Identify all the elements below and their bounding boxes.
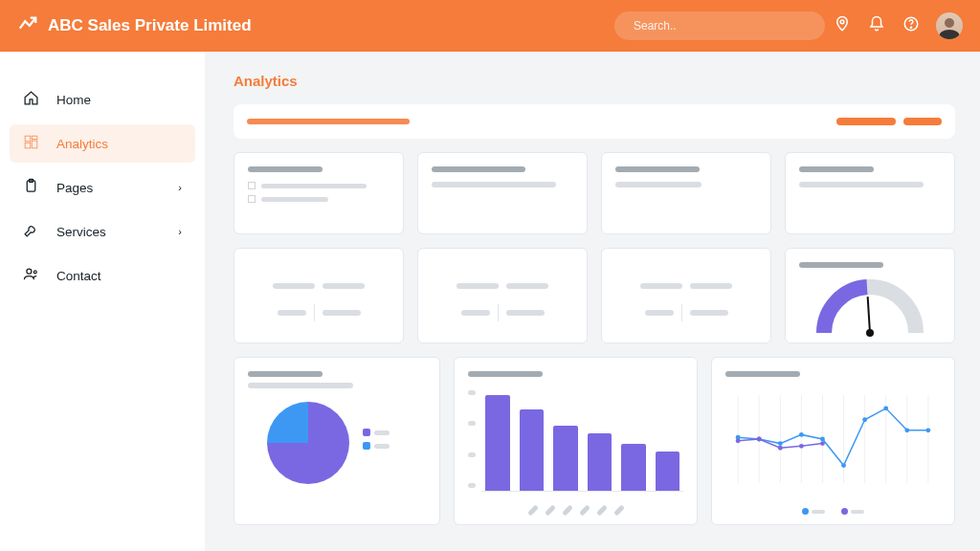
sidebar-item-label: Services xyxy=(56,225,106,239)
card-title-placeholder xyxy=(468,371,543,377)
bar-x-axis xyxy=(468,499,683,517)
page-title: Analytics xyxy=(234,73,955,89)
svg-point-30 xyxy=(883,406,888,410)
card-title-placeholder xyxy=(799,166,874,172)
svg-point-1 xyxy=(840,20,844,24)
summary-card[interactable] xyxy=(601,152,771,234)
home-icon xyxy=(23,90,39,109)
chevron-right-icon: › xyxy=(178,182,182,193)
filter-action-primary[interactable] xyxy=(836,118,896,125)
bar-card[interactable] xyxy=(454,357,698,525)
sidebar-item-label: Pages xyxy=(56,181,93,195)
location-button[interactable] xyxy=(825,15,859,36)
svg-point-32 xyxy=(925,428,930,432)
svg-point-3 xyxy=(910,27,911,28)
sidebar-item-contact[interactable]: Contact xyxy=(10,256,195,295)
checkbox-icon xyxy=(248,182,256,189)
card-title-placeholder xyxy=(248,166,323,172)
bar xyxy=(553,426,578,491)
bar xyxy=(520,409,545,491)
help-button[interactable] xyxy=(894,15,928,36)
top-bar: ABC Sales Private Limited xyxy=(0,0,980,52)
company-name: ABC Sales Private Limited xyxy=(48,16,252,35)
svg-rect-4 xyxy=(25,136,31,142)
card-title-placeholder xyxy=(248,371,323,377)
svg-point-35 xyxy=(778,446,783,451)
line-legend xyxy=(725,501,941,518)
svg-rect-6 xyxy=(32,141,37,148)
filter-action-secondary[interactable] xyxy=(903,118,942,125)
pie-card[interactable] xyxy=(234,357,440,525)
line-chart xyxy=(725,386,941,492)
legend-swatch xyxy=(841,508,848,515)
sidebar-item-label: Home xyxy=(56,93,91,107)
bar xyxy=(588,433,612,491)
summary-row xyxy=(234,152,955,234)
svg-point-28 xyxy=(841,463,846,468)
svg-point-12 xyxy=(866,329,874,337)
pin-icon xyxy=(834,15,851,36)
filter-bar xyxy=(234,104,955,139)
search-box[interactable] xyxy=(614,11,825,40)
gauge-card[interactable] xyxy=(785,248,955,343)
main-content: Analytics xyxy=(205,52,980,551)
clipboard-icon xyxy=(23,178,39,197)
stats-row xyxy=(234,248,955,343)
sidebar: Home Analytics Pages › Services › Contac… xyxy=(0,52,205,551)
svg-point-37 xyxy=(820,441,825,446)
summary-card[interactable] xyxy=(234,152,404,234)
wrench-icon xyxy=(23,222,39,241)
pie-chart xyxy=(267,402,349,484)
stat-card[interactable] xyxy=(417,248,588,343)
search-input[interactable] xyxy=(634,19,813,33)
svg-point-10 xyxy=(27,269,32,274)
sidebar-item-label: Analytics xyxy=(56,137,108,151)
bar xyxy=(656,452,680,491)
filter-placeholder xyxy=(247,119,410,124)
charts-row xyxy=(234,357,955,525)
notifications-button[interactable] xyxy=(859,15,894,36)
svg-rect-5 xyxy=(32,136,37,140)
bell-icon xyxy=(868,15,885,36)
avatar[interactable] xyxy=(936,12,963,39)
card-title-placeholder xyxy=(615,166,700,172)
bar xyxy=(621,444,646,491)
svg-point-33 xyxy=(736,438,741,443)
card-title-placeholder xyxy=(432,166,525,172)
svg-point-34 xyxy=(757,437,762,442)
summary-card[interactable] xyxy=(417,152,588,234)
person-icon xyxy=(23,266,39,285)
svg-point-36 xyxy=(799,444,804,449)
svg-point-29 xyxy=(862,417,867,422)
svg-rect-7 xyxy=(25,143,31,148)
svg-point-27 xyxy=(820,437,825,442)
summary-card[interactable] xyxy=(785,152,955,234)
svg-point-31 xyxy=(904,428,909,432)
legend-swatch xyxy=(802,508,809,515)
sidebar-item-home[interactable]: Home xyxy=(10,80,195,119)
sidebar-item-pages[interactable]: Pages › xyxy=(10,168,195,207)
brand[interactable]: ABC Sales Private Limited xyxy=(17,13,252,39)
bar-chart xyxy=(481,386,683,492)
logo-icon xyxy=(17,13,38,39)
sidebar-item-label: Contact xyxy=(56,269,101,283)
card-title-placeholder xyxy=(799,262,883,268)
line-card[interactable] xyxy=(711,357,955,525)
chevron-right-icon: › xyxy=(178,226,182,237)
stat-card[interactable] xyxy=(601,248,771,343)
card-title-placeholder xyxy=(725,371,800,377)
dashboard-icon xyxy=(23,134,39,153)
sidebar-item-analytics[interactable]: Analytics xyxy=(10,124,195,163)
legend-swatch xyxy=(363,429,370,436)
sidebar-item-services[interactable]: Services › xyxy=(10,212,195,251)
checkbox-icon xyxy=(248,195,256,203)
legend-swatch xyxy=(363,442,370,450)
gauge-chart xyxy=(813,276,927,342)
svg-point-11 xyxy=(33,271,36,274)
stat-card[interactable] xyxy=(234,248,404,343)
bar xyxy=(485,395,510,491)
help-icon xyxy=(902,15,920,36)
svg-point-25 xyxy=(778,441,783,446)
svg-point-26 xyxy=(799,432,804,437)
